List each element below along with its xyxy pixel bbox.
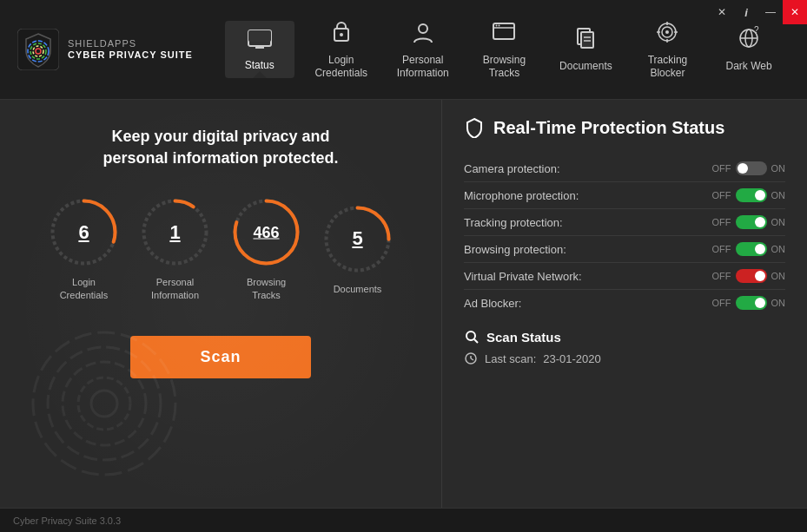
svg-rect-6 [248, 30, 271, 42]
stat-login-circle: 6 [47, 195, 121, 269]
stat-browsing-circle: 466 [229, 195, 303, 269]
right-panel: Real-Time Protection Status Camera prote… [442, 100, 807, 508]
protection-item-vpn: Virtual Private Network: OFF ON [464, 263, 785, 290]
protection-item-browsing: Browsing protection: OFF ON [464, 236, 785, 263]
svg-point-22 [665, 30, 669, 34]
logo-text: ShieldApps Cyber Privacy Suite [68, 38, 193, 61]
browsing-toggle[interactable] [736, 242, 767, 256]
documents-icon [573, 26, 598, 56]
stat-documents-label: Documents [334, 283, 382, 295]
browsing-label: Browsing protection: [464, 243, 566, 256]
minimize-button[interactable]: — [758, 0, 783, 24]
svg-point-10 [340, 33, 343, 36]
darkweb-icon: ? [737, 26, 761, 56]
protection-title: Real-Time Protection Status [464, 117, 785, 138]
svg-rect-0 [17, 29, 59, 70]
nav-item-darkweb[interactable]: ? Dark Web [714, 19, 784, 79]
logo-icon [17, 29, 59, 70]
nav-label-status: Status [245, 59, 275, 71]
logo-area: ShieldApps Cyber Privacy Suite [17, 29, 193, 70]
protection-item-adblocker: Ad Blocker: OFF ON [464, 290, 785, 316]
brand-name: ShieldApps [68, 38, 193, 49]
stat-browsing-value[interactable]: 466 [253, 223, 279, 241]
svg-point-44 [466, 332, 475, 340]
stat-personal-circle: 1 [138, 195, 212, 269]
settings-button[interactable]: ✕ [710, 0, 734, 24]
camera-toggle[interactable] [736, 161, 767, 175]
stats-row: 6 LoginCredentials 1 PersonalInformation [47, 195, 394, 301]
nav-label-documents: Documents [559, 60, 612, 72]
svg-point-15 [499, 25, 500, 27]
adblocker-toggle-group: OFF ON [712, 296, 786, 310]
protection-item-microphone: Microphone protection: OFF ON [464, 182, 785, 209]
svg-point-32 [78, 378, 130, 430]
close-button[interactable]: ✕ [783, 0, 807, 24]
nav-item-status[interactable]: Status [225, 21, 294, 78]
stat-personal: 1 PersonalInformation [138, 195, 212, 301]
svg-point-14 [496, 25, 498, 27]
microphone-toggle[interactable] [736, 188, 767, 202]
stat-browsing-label: BrowsingTracks [247, 276, 286, 301]
vpn-toggle-group: OFF ON [712, 269, 786, 283]
stat-login-value[interactable]: 6 [78, 221, 89, 244]
shield-icon [464, 117, 485, 138]
browsing-toggle-group: OFF ON [712, 242, 786, 256]
stat-login-label: LoginCredentials [60, 276, 109, 301]
microphone-label: Microphone protection: [464, 189, 579, 202]
status-icon [247, 28, 273, 56]
stat-documents-value[interactable]: 5 [352, 227, 362, 250]
scan-status-section: Scan Status Last scan: 23-01-2020 [464, 329, 785, 365]
scan-status-detail: Last scan: 23-01-2020 [464, 351, 785, 365]
vpn-label: Virtual Private Network: [464, 270, 582, 283]
nav-label-browsing: BrowsingTracks [483, 54, 526, 79]
adblocker-label: Ad Blocker: [464, 297, 521, 310]
nav-label-login: LoginCredentials [314, 54, 367, 79]
adblocker-toggle[interactable] [736, 296, 767, 310]
main-content: Keep your digital privacy and personal i… [0, 100, 807, 508]
svg-point-11 [419, 24, 427, 33]
nav-label-darkweb: Dark Web [726, 60, 772, 72]
svg-line-45 [474, 339, 478, 343]
nav-item-documents[interactable]: Documents [551, 19, 621, 79]
nav-item-tracking[interactable]: TrackingBlocker [632, 13, 702, 86]
personal-icon [411, 20, 435, 50]
protection-item-tracking: Tracking protection: OFF ON [464, 209, 785, 236]
microphone-toggle-group: OFF ON [712, 188, 786, 202]
stat-browsing: 466 BrowsingTracks [229, 195, 303, 301]
tracking-toggle-group: OFF ON [712, 215, 786, 229]
camera-label: Camera protection: [464, 162, 560, 175]
nav-item-browsing[interactable]: BrowsingTracks [469, 13, 539, 86]
clock-icon [464, 351, 478, 365]
search-icon [464, 329, 480, 345]
product-name: Cyber Privacy Suite [68, 49, 193, 61]
footer: Cyber Privacy Suite 3.0.3 [0, 508, 807, 532]
version-label: Cyber Privacy Suite 3.0.3 [13, 516, 121, 526]
stat-login: 6 LoginCredentials [47, 195, 121, 301]
svg-point-31 [91, 391, 117, 417]
last-scan-label: Last scan: [485, 352, 536, 365]
protection-item-camera: Camera protection: OFF ON [464, 155, 785, 182]
main-nav: Status LoginCredentials PersonalInformat… [219, 13, 790, 86]
tracking-toggle[interactable] [736, 215, 767, 229]
scan-status-title: Scan Status [464, 329, 785, 345]
login-icon [329, 20, 354, 50]
vpn-toggle[interactable] [736, 269, 767, 283]
titlebar: ✕ i — ✕ [710, 0, 807, 24]
svg-text:?: ? [754, 26, 759, 35]
info-button[interactable]: i [734, 0, 758, 24]
stat-personal-label: PersonalInformation [151, 276, 199, 301]
nav-item-personal[interactable]: PersonalInformation [388, 13, 458, 86]
stat-documents: 5 Documents [321, 202, 394, 295]
protection-list: Camera protection: OFF ON Microphone pro… [464, 155, 785, 316]
header: ShieldApps Cyber Privacy Suite Status Lo… [0, 0, 807, 100]
svg-rect-17 [581, 32, 593, 48]
headline: Keep your digital privacy and personal i… [103, 126, 338, 169]
nav-item-login[interactable]: LoginCredentials [306, 13, 376, 86]
left-panel: Keep your digital privacy and personal i… [0, 100, 442, 508]
stat-personal-value[interactable]: 1 [169, 221, 180, 244]
tracking-label: Tracking protection: [464, 216, 563, 229]
nav-label-personal: PersonalInformation [397, 54, 449, 79]
camera-toggle-group: OFF ON [712, 161, 786, 175]
scan-button[interactable]: Scan [130, 336, 310, 378]
svg-line-48 [471, 358, 473, 360]
